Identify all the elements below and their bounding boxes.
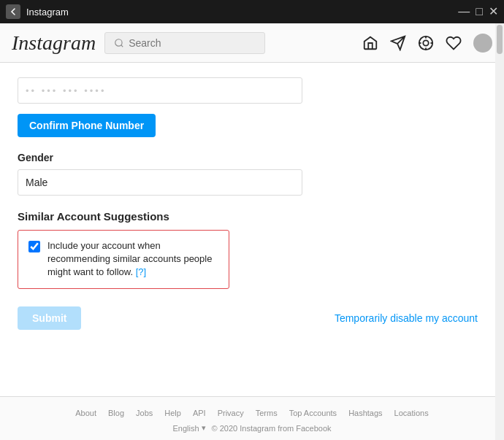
send-icon[interactable]	[390, 35, 406, 51]
nav-icons	[362, 34, 492, 53]
similar-accounts-checkbox[interactable]	[28, 241, 40, 252]
maximize-button[interactable]: □	[476, 6, 483, 18]
main-content: •• ••• ••• •••• Confirm Phone Number Gen…	[0, 63, 504, 368]
phone-field[interactable]: •• ••• ••• ••••	[18, 77, 302, 104]
footer-link[interactable]: Jobs	[136, 409, 153, 417]
footer-bottom: English ▾ © 2020 Instagram from Facebook	[0, 423, 504, 433]
explore-icon[interactable]	[418, 35, 434, 51]
search-icon	[114, 38, 124, 48]
confirm-phone-button[interactable]: Confirm Phone Number	[18, 114, 156, 137]
footer-link[interactable]: Privacy	[218, 409, 244, 417]
scrollbar[interactable]	[495, 23, 504, 440]
svg-point-3	[423, 40, 428, 45]
phone-value: •• ••• ••• ••••	[26, 85, 106, 96]
search-box[interactable]	[104, 32, 265, 54]
language-label: English	[172, 424, 199, 433]
similar-accounts-title: Similar Account Suggestions	[18, 210, 486, 223]
footer: AboutBlogJobsHelpAPIPrivacyTermsTop Acco…	[0, 396, 504, 440]
similar-accounts-checkbox-container: Include your account when recommending s…	[18, 230, 229, 289]
svg-point-0	[115, 39, 122, 45]
back-button[interactable]	[6, 4, 20, 19]
checkbox-wrapper	[28, 241, 40, 252]
footer-link[interactable]: Top Accounts	[289, 409, 337, 417]
avatar[interactable]	[473, 34, 492, 53]
gender-label: Gender	[18, 152, 486, 163]
footer-link[interactable]: API	[193, 409, 206, 417]
footer-link[interactable]: Help	[164, 409, 181, 417]
heart-icon[interactable]	[446, 35, 462, 51]
gender-field[interactable]: Male	[18, 169, 302, 196]
footer-link[interactable]: Terms	[256, 409, 278, 417]
minimize-button[interactable]: —	[458, 6, 470, 18]
submit-button[interactable]: Submit	[18, 306, 81, 330]
checkbox-label: Include your account when recommending s…	[47, 239, 218, 279]
footer-link[interactable]: Blog	[108, 409, 124, 417]
home-icon[interactable]	[362, 35, 378, 51]
instagram-logo: Instagram	[12, 31, 96, 55]
footer-link[interactable]: About	[75, 409, 96, 417]
footer-link[interactable]: Locations	[394, 409, 429, 417]
disable-account-link[interactable]: Temporarily disable my account	[335, 312, 478, 324]
title-bar: Instagram — □ ✕	[0, 0, 504, 23]
app-title: Instagram	[26, 7, 69, 18]
chevron-down-icon: ▾	[202, 423, 206, 433]
close-button[interactable]: ✕	[489, 6, 498, 18]
navbar: Instagram	[0, 23, 504, 63]
gender-value: Male	[26, 177, 47, 188]
language-selector[interactable]: English ▾	[172, 423, 205, 433]
copyright-text: © 2020 Instagram from Facebook	[212, 424, 332, 433]
window-controls: — □ ✕	[458, 6, 498, 18]
search-input[interactable]	[129, 37, 256, 49]
help-link[interactable]: [?]	[136, 266, 146, 277]
footer-link[interactable]: Hashtags	[348, 409, 382, 417]
svg-line-1	[121, 45, 123, 47]
action-row: Submit Temporarily disable my account	[18, 306, 478, 330]
scrollbar-thumb[interactable]	[497, 25, 503, 54]
footer-links: AboutBlogJobsHelpAPIPrivacyTermsTop Acco…	[0, 409, 504, 417]
